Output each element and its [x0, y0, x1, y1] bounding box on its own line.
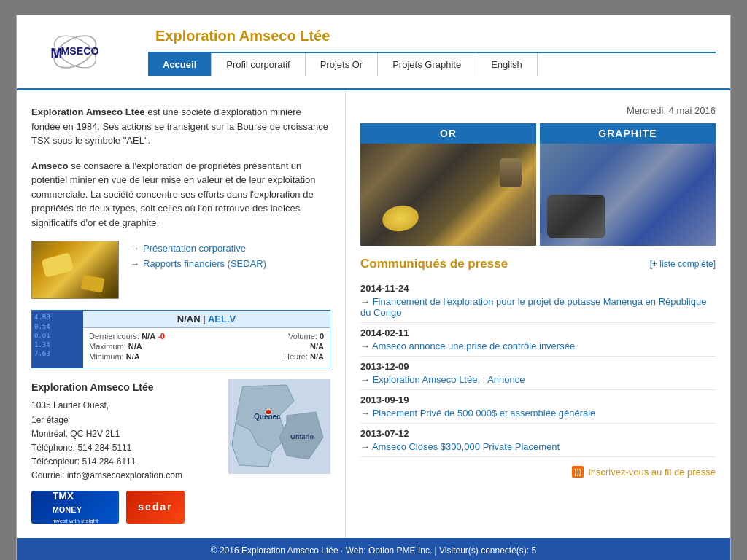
svg-text:MSECO: MSECO	[61, 45, 98, 57]
stock-details: Dernier cours: N/A -0 Maximum: N/A Minim…	[83, 328, 330, 368]
site-title: Exploration Amseco Ltée	[148, 28, 330, 44]
contact-tel: Téléphone: 514 284-5111	[31, 441, 221, 455]
stock-volume-label: Volume:	[288, 332, 317, 341]
stock-pipe: |	[203, 314, 208, 324]
stock-heure-row: Heure: N/A	[212, 351, 324, 362]
press-item-3: 2013-09-19 Placement Privé de 500 000$ e…	[360, 390, 716, 424]
press-date-1: 2014-02-11	[360, 327, 716, 338]
projects-row: OR GRAPHITE	[360, 123, 716, 246]
stock-left-panel: Dernier cours: N/A -0 Maximum: N/A Minim…	[83, 328, 206, 368]
link-presentation[interactable]: Présentation corporative	[130, 241, 266, 256]
press-link-4[interactable]: Amseco Closes $300,000 Private Placement	[360, 441, 560, 452]
press-title: Communiqués de presse	[360, 257, 508, 271]
press-date-2: 2013-12-09	[360, 361, 716, 372]
stock-max-right: N/A	[310, 342, 324, 351]
map-image: Québec Ontario	[228, 379, 330, 474]
rss-section: ))) Inscrivez-vous au fil de presse	[360, 466, 716, 478]
stock-maxr-row: N/A	[212, 341, 324, 351]
badges-row: TMX MONEY invest with insight sedar	[31, 491, 221, 524]
contact-fax: Télécopieur: 514 284-6111	[31, 455, 221, 469]
header: MSECO M Exploration Amseco Ltée Accueil …	[17, 15, 730, 90]
sedar-badge[interactable]: sedar	[126, 491, 185, 524]
rss-icon: )))	[572, 466, 584, 478]
nav-english[interactable]: English	[476, 53, 538, 76]
project-or-label: OR	[360, 123, 536, 144]
rss-link[interactable]: Inscrivez-vous au fil de presse	[588, 467, 716, 478]
nav-projets-or[interactable]: Projets Or	[306, 53, 379, 76]
press-list-link[interactable]: [+ liste complète]	[650, 259, 716, 269]
stock-right-panel: Volume: 0 N/A Heure: N/A	[206, 328, 330, 368]
intro-para1: Exploration Amseco Ltée est une société …	[31, 105, 330, 148]
stock-dernier-label: Dernier cours:	[89, 332, 139, 341]
date-display: Mercredi, 4 mai 2016	[360, 105, 716, 116]
main-content: Exploration Amseco Ltée est une société …	[17, 90, 730, 538]
contact-text: Exploration Amseco Ltée 1035 Laurier Oue…	[31, 379, 221, 524]
stock-volume-value: 0	[320, 332, 324, 341]
stock-dernier-row: Dernier cours: N/A -0	[89, 331, 201, 341]
intro-para2: Amseco se consacre à l'exploration de pr…	[31, 159, 330, 230]
links-list: Présentation corporative Rapports financ…	[130, 241, 266, 271]
stock-volume-row: Volume: 0	[212, 331, 324, 341]
press-section: Communiqués de presse [+ liste complète]…	[360, 257, 716, 478]
tmx-badge[interactable]: TMX MONEY invest with insight	[31, 491, 119, 524]
stock-info: N/AN | AEL.V Dernier cours: N/A -0	[83, 311, 330, 368]
press-link-2[interactable]: Exploration Amseco Ltée. : Annonce	[360, 374, 525, 385]
stock-dernier-value: N/A	[142, 332, 155, 341]
graphite-image[interactable]	[540, 144, 716, 246]
press-item-0: 2014-11-24 Financement de l'exploration …	[360, 279, 716, 323]
logo-icon: MSECO M	[31, 23, 119, 81]
press-item-1: 2014-02-11 Amseco annonce une prise de c…	[360, 323, 716, 357]
project-graphite-col: GRAPHITE	[540, 123, 716, 246]
nav-accueil[interactable]: Accueil	[148, 53, 212, 76]
footer-web: Web: Option PME Inc.	[346, 545, 433, 556]
stock-symbol: AEL.V	[208, 314, 236, 324]
press-item-4: 2013-07-12 Amseco Closes $300,000 Privat…	[360, 424, 716, 457]
stock-heure-value: N/A	[310, 352, 324, 361]
nav-bar: Accueil Profil corporatif Projets Or Pro…	[148, 52, 716, 76]
left-column: Exploration Amseco Ltée est une société …	[17, 90, 345, 538]
nav-profil[interactable]: Profil corporatif	[212, 53, 305, 76]
svg-text:Ontario: Ontario	[290, 433, 314, 440]
press-header: Communiqués de presse [+ liste complète]	[360, 257, 716, 271]
stock-ticker: 4.88 0.54 0.01 1.34 7.63 N/AN | AEL.V	[31, 310, 330, 368]
contact-section: Exploration Amseco Ltée 1035 Laurier Oue…	[31, 379, 330, 524]
stock-max-value: N/A	[128, 342, 142, 351]
press-date-3: 2013-09-19	[360, 394, 716, 405]
stock-heure-label: Heure:	[284, 352, 308, 361]
press-item-2: 2013-12-09 Exploration Amseco Ltée. : An…	[360, 357, 716, 390]
project-graphite-label: GRAPHITE	[540, 123, 716, 144]
header-right: Exploration Amseco Ltée Accueil Profil c…	[148, 28, 716, 76]
contact-address2: 1er étage	[31, 413, 221, 427]
stock-min-row: Minimum: N/A	[89, 351, 201, 362]
contact-address1: 1035 Laurier Ouest,	[31, 399, 221, 413]
link-rapports[interactable]: Rapports financiers (SEDAR)	[130, 256, 266, 271]
footer-visitors: Visiteur(s) connecté(s): 5	[439, 545, 536, 556]
intro-bold-2: Amseco	[31, 160, 69, 171]
project-or-col: OR	[360, 123, 536, 246]
press-date-0: 2014-11-24	[360, 283, 716, 294]
press-link-1[interactable]: Amseco annonce une prise de contrôle inv…	[360, 341, 575, 351]
corporate-section: Présentation corporative Rapports financ…	[31, 241, 330, 299]
nav-projets-graphite[interactable]: Projets Graphite	[378, 53, 476, 76]
stock-chart: 4.88 0.54 0.01 1.34 7.63	[32, 311, 83, 368]
intro-bold-1: Exploration Amseco Ltée	[31, 106, 145, 117]
footer-sep1: ·	[341, 545, 343, 556]
svg-point-7	[266, 409, 271, 415]
footer-copyright: © 2016 Exploration Amseco Ltée	[211, 545, 338, 556]
press-date-4: 2013-07-12	[360, 428, 716, 439]
stock-min-value: N/A	[126, 352, 140, 361]
right-column: Mercredi, 4 mai 2016 OR GRAPHITE Communi…	[345, 90, 730, 538]
footer: © 2016 Exploration Amseco Ltée · Web: Op…	[17, 538, 730, 560]
contact-city: Montréal, QC H2V 2L1	[31, 427, 221, 441]
stock-max-row: Maximum: N/A	[89, 341, 201, 351]
gold-thumbnail	[31, 241, 119, 299]
stock-max-label: Maximum:	[89, 342, 126, 351]
stock-nan: N/AN	[177, 314, 201, 324]
or-image[interactable]	[360, 144, 536, 246]
press-link-0[interactable]: Financement de l'exploration pour le pro…	[360, 296, 706, 318]
stock-dernier-change: -0	[158, 332, 165, 341]
stock-title-bar: N/AN | AEL.V	[83, 311, 330, 328]
press-link-3[interactable]: Placement Privé de 500 000$ et assemblée…	[360, 408, 595, 419]
stock-min-label: Minimum:	[89, 352, 124, 361]
contact-company: Exploration Amseco Ltée	[31, 379, 221, 395]
